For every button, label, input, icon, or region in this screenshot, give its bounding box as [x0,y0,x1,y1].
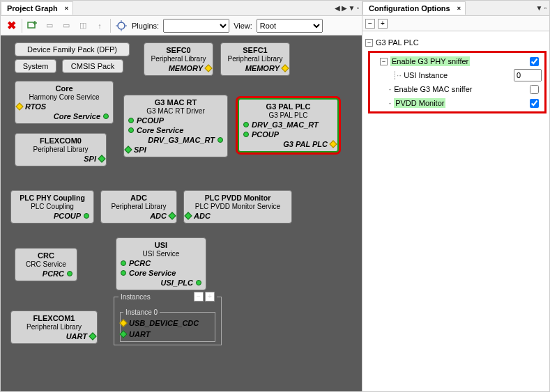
config-tree: − G3 PAL PLC − Enable G3 PHY sniffer ┊··… [362,31,549,118]
instances-group: Instances − + Instance 0 USB_DEVICE_CDC … [114,292,222,345]
port-rtos[interactable]: RTOS [20,102,109,111]
port-uart[interactable]: UART [15,332,93,340]
tab-project-graph[interactable]: Project Graph × [1,1,73,15]
block-sub: Harmony Core Service [20,93,109,101]
block-sub: Peripheral Library [225,55,285,63]
port-usb-cdc[interactable]: USB_DEVICE_CDC [123,319,212,327]
add-instance-icon[interactable]: + [205,292,215,301]
port-memory[interactable]: MEMORY [148,64,208,72]
expand-all-icon[interactable]: + [378,19,388,29]
diamond-icon [119,330,127,338]
tab-dropdown-icon[interactable]: ▼ [349,4,356,12]
block-crc[interactable]: CRC CRC Service PCRC [15,248,77,281]
align-left-icon[interactable]: ▭ [43,19,56,32]
highlighted-options: − Enable G3 PHY sniffer ┊··· USI Instanc… [368,51,547,113]
block-pvdd[interactable]: PLC PVDD Monitor PLC PVDD Monitor Servic… [183,190,292,224]
tree-root[interactable]: − G3 PAL PLC [365,36,547,49]
port-pcrc[interactable]: PCRC [121,259,201,267]
expand-icon[interactable]: − [380,58,388,65]
tab-nav-tools: ▼ ▫ [536,4,549,12]
opt-pvdd[interactable]: ·· PVDD Monitor [372,96,543,110]
view-select[interactable]: Root [257,19,323,33]
close-icon[interactable]: × [65,5,68,12]
phy-sniffer-checkbox[interactable] [530,57,539,66]
port-adc[interactable]: ADC [105,212,172,220]
dfp-button[interactable]: Device Family Pack (DFP) [15,42,130,56]
mac-sniffer-checkbox[interactable] [530,85,539,94]
collapse-all-icon[interactable]: − [365,19,375,29]
cmsis-button[interactable]: CMSIS Pack [62,59,123,73]
block-sefc1[interactable]: SEFC1 Peripheral Library MEMORY [220,42,290,76]
tab-dropdown-icon[interactable]: ▼ [536,4,543,12]
port-dot-icon [121,270,126,276]
port-adc[interactable]: ADC [188,212,287,220]
tab-config-options[interactable]: Configuration Options × [362,1,466,15]
block-usi[interactable]: USI USI Service PCRC Core Service USI_PL… [116,237,206,290]
expand-icon[interactable]: − [365,39,373,47]
delete-icon[interactable]: ✖ [5,19,17,32]
svg-point-3 [118,22,125,29]
new-block-icon[interactable] [26,19,39,32]
port-dot-icon [196,280,201,285]
block-flexcom0[interactable]: FLEXCOM0 Peripheral Library SPI [15,133,107,166]
align-right-icon[interactable]: ▭ [60,19,72,32]
remove-instance-icon[interactable]: − [194,292,204,301]
block-sub: Peripheral Library [20,146,102,153]
block-adc[interactable]: ADC Peripheral Library ADC [100,190,177,224]
port-pcrc[interactable]: PCRC [20,269,72,278]
usi-instance-input[interactable] [514,69,542,81]
block-flexcom1[interactable]: FLEXCOM1 Peripheral Library UART [10,311,98,344]
tab-prev-icon[interactable]: ◀ [335,4,340,12]
block-coupling[interactable]: PLC PHY Coupling PLC Coupling PCOUP [10,190,94,224]
block-title: SEFC1 [225,46,285,54]
block-sub: PLC Coupling [15,203,89,210]
block-title: FLEXCOM1 [15,314,93,322]
block-sefc0[interactable]: SEFC0 Peripheral Library MEMORY [144,42,213,76]
port-spi[interactable]: SPI [20,155,102,163]
tree-branch-icon: ┊··· [392,71,401,80]
close-icon[interactable]: × [457,5,461,12]
block-title: PLC PHY Coupling [15,194,89,202]
port-core-service[interactable]: Core Service [20,112,109,120]
target-icon[interactable] [115,19,128,32]
port-memory[interactable]: MEMORY [225,64,285,72]
port-drv-out[interactable]: DRV_G3_MAC_RT [128,136,223,144]
port-out[interactable]: G3 PAL PLC [243,140,333,148]
system-button[interactable]: System [15,59,56,73]
tab-max-icon[interactable]: ▫ [544,4,547,12]
pvdd-checkbox[interactable] [530,99,539,108]
block-mac-rt[interactable]: G3 MAC RT G3 MAC RT Driver PCOUP Core Se… [123,95,228,157]
port-drv[interactable]: DRV_G3_MAC_RT [243,120,333,129]
graph-canvas[interactable]: Device Family Pack (DFP) System CMSIS Pa… [1,36,362,391]
diamond-icon [204,64,212,72]
up-arrow-icon[interactable]: ↑ [93,19,106,32]
tab-next-icon[interactable]: ▶ [342,4,347,12]
port-spi[interactable]: SPI [128,146,223,154]
block-core[interactable]: Core Harmony Core Service RTOS Core Serv… [15,81,114,124]
instances-label: Instances [121,293,151,301]
block-title: PLC PVDD Monitor [188,194,287,202]
port-core-service[interactable]: Core Service [121,269,201,277]
port-pcoup[interactable]: PCOUP [128,116,223,125]
block-pal-plc[interactable]: G3 PAL PLC G3 PAL PLC DRV_G3_MAC_RT PCOU… [238,98,339,152]
block-sub: G3 MAC RT Driver [128,107,223,115]
port-uart[interactable]: UART [123,330,212,338]
port-dot-icon [121,260,126,266]
block-title: FLEXCOM0 [20,136,102,145]
opt-usi-instance[interactable]: ┊··· USI Instance [372,68,543,82]
port-core-service[interactable]: Core Service [128,126,223,134]
rotate-icon[interactable]: ◫ [77,19,89,32]
port-dot-icon [128,127,134,133]
plugins-select[interactable] [163,19,229,33]
port-pcoup[interactable]: PCOUP [15,212,89,220]
port-dot-icon [84,213,89,219]
opt-phy-sniffer[interactable]: − Enable G3 PHY sniffer [372,54,543,68]
graph-toolbar: ✖ ▭ ▭ ◫ ↑ Plugins: View: Root [1,16,362,36]
port-pcoup[interactable]: PCOUP [243,130,333,139]
block-sub: CRC Service [20,260,72,268]
tab-max-icon[interactable]: ▫ [356,4,359,12]
plugins-label: Plugins: [132,22,159,30]
diamond-icon [184,212,192,219]
opt-mac-sniffer[interactable]: ·· Enable G3 MAC sniffer [372,82,543,96]
port-usi-plc[interactable]: USI_PLC [121,279,201,287]
